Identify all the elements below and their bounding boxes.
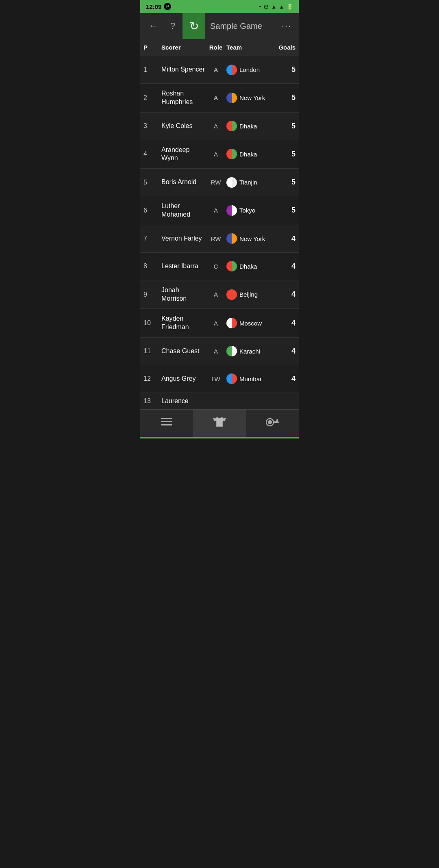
- table-row[interactable]: 11 Chase Guest A Karachi 4: [140, 338, 299, 365]
- cell-position: 4: [143, 150, 161, 158]
- svg-rect-5: [161, 424, 163, 425]
- cell-position: 8: [143, 263, 161, 270]
- cell-role: RW: [205, 235, 226, 242]
- cell-scorer: Roshan Humphries: [161, 89, 205, 106]
- jersey-icon: [213, 416, 226, 430]
- svg-rect-8: [273, 421, 279, 423]
- cell-role: A: [205, 348, 226, 355]
- cell-team: Karachi: [226, 346, 275, 356]
- whistle-icon: [266, 417, 279, 430]
- page-title: Sample Game: [210, 22, 278, 31]
- cell-goals: 4: [275, 375, 296, 383]
- cell-role: C: [205, 263, 226, 270]
- table-row[interactable]: 2 Roshan Humphries A New York 5: [140, 84, 299, 113]
- cell-role: A: [205, 207, 226, 214]
- table-row[interactable]: 4 Arandeep Wynn A Dhaka 5: [140, 140, 299, 169]
- help-icon: ?: [170, 21, 175, 31]
- cell-goals: 4: [275, 262, 296, 271]
- cell-role: A: [205, 320, 226, 327]
- cell-team: Tokyo: [226, 205, 275, 216]
- table-row[interactable]: 12 Angus Grey LW Mumbai 4: [140, 365, 299, 393]
- table-row[interactable]: 6 Luther Mohamed A Tokyo 5: [140, 196, 299, 225]
- partial-row: 13 Laurence: [140, 393, 299, 409]
- header-goals: Goals: [275, 44, 296, 51]
- cell-goals: 4: [275, 234, 296, 243]
- signal-icon: ▲: [279, 4, 284, 10]
- cell-role: A: [205, 151, 226, 158]
- cell-scorer: Vernon Farley: [161, 234, 205, 243]
- cell-goals: 4: [275, 347, 296, 356]
- cell-team: Moscow: [226, 318, 275, 328]
- team-name: New York: [239, 94, 265, 101]
- team-badge: [226, 346, 237, 356]
- cell-team: Dhaka: [226, 261, 275, 271]
- team-name: Dhaka: [239, 123, 257, 130]
- refresh-button[interactable]: ↻: [183, 13, 205, 39]
- team-name: Tianjin: [239, 179, 257, 186]
- team-badge: [226, 205, 237, 216]
- cell-position: 1: [143, 66, 161, 74]
- cell-team: Mumbai: [226, 373, 275, 384]
- status-bar: 12:09 P • ⊖ ▲ ▲ 🔋: [140, 0, 299, 13]
- svg-rect-9: [276, 419, 278, 422]
- team-badge: [226, 289, 237, 300]
- cell-position: 3: [143, 122, 161, 130]
- cell-scorer: Arandeep Wynn: [161, 146, 205, 163]
- cell-team: London: [226, 65, 275, 75]
- team-badge: [226, 149, 237, 159]
- table-row[interactable]: 1 Milton Spencer A London 5: [140, 56, 299, 84]
- header-team: Team: [226, 44, 275, 51]
- cell-scorer: Kayden Friedman: [161, 315, 205, 332]
- cell-scorer: Milton Spencer: [161, 65, 205, 74]
- team-badge: [226, 65, 237, 75]
- table-row[interactable]: 10 Kayden Friedman A Moscow 4: [140, 309, 299, 338]
- cell-goals: 4: [275, 319, 296, 328]
- help-button[interactable]: ?: [163, 16, 183, 36]
- cell-team: Dhaka: [226, 121, 275, 131]
- toolbar: ← ? ↻ Sample Game ···: [140, 13, 299, 39]
- cell-goals: 5: [275, 122, 296, 130]
- cell-goals: 4: [275, 290, 296, 299]
- team-badge: [226, 93, 237, 103]
- team-badge: [226, 121, 237, 131]
- svg-rect-3: [161, 418, 163, 419]
- header-scorer: Scorer: [161, 44, 205, 51]
- cell-goals: 5: [275, 65, 296, 74]
- list-icon: [161, 417, 172, 430]
- battery-icon: 🔋: [287, 4, 293, 10]
- cell-goals: 5: [275, 178, 296, 187]
- cell-scorer: Jonah Morrison: [161, 286, 205, 303]
- back-button[interactable]: ←: [143, 16, 163, 36]
- table-row[interactable]: 7 Vernon Farley RW New York 4: [140, 225, 299, 253]
- team-name: Dhaka: [239, 151, 257, 158]
- bottom-accent: [140, 437, 299, 438]
- more-icon: ···: [282, 21, 291, 31]
- table-row[interactable]: 8 Lester Ibarra C Dhaka 4: [140, 253, 299, 280]
- nav-whistle[interactable]: [246, 410, 299, 437]
- cell-goals: 5: [275, 93, 296, 102]
- nav-list[interactable]: [140, 410, 193, 437]
- cell-role: LW: [205, 375, 226, 382]
- cell-scorer: Angus Grey: [161, 375, 205, 383]
- cell-position: 5: [143, 179, 161, 186]
- cell-scorer: Luther Mohamed: [161, 202, 205, 219]
- team-badge: [226, 261, 237, 271]
- svg-rect-1: [161, 421, 172, 422]
- cell-position: 10: [143, 319, 161, 327]
- cell-position: 12: [143, 375, 161, 382]
- nav-jersey[interactable]: [193, 410, 246, 437]
- table-row[interactable]: 3 Kyle Coles A Dhaka 5: [140, 113, 299, 140]
- more-button[interactable]: ···: [278, 21, 296, 31]
- table-row[interactable]: 5 Boris Arnold RW Tianjin 5: [140, 169, 299, 196]
- status-time: 12:09: [146, 3, 161, 10]
- table-row[interactable]: 9 Jonah Morrison A Beijing 4: [140, 280, 299, 309]
- team-name: New York: [239, 235, 265, 242]
- svg-rect-0: [161, 418, 172, 419]
- team-badge: [226, 373, 237, 384]
- svg-rect-4: [161, 421, 163, 422]
- scorers-table: 1 Milton Spencer A London 5 2 Roshan Hum…: [140, 56, 299, 393]
- cell-position: 2: [143, 94, 161, 102]
- cell-scorer: Boris Arnold: [161, 178, 205, 187]
- cell-position-partial: 13: [143, 397, 161, 405]
- wifi-icon: ▲: [271, 4, 276, 10]
